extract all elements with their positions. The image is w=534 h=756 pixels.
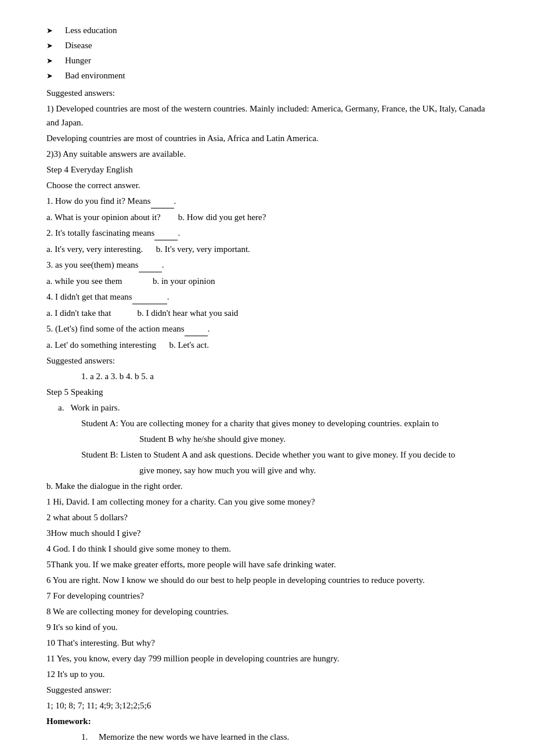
bullet-text: Less education [65,23,117,37]
suggested-answers-label-2: Suggested answers: [46,354,488,368]
arrow-icon: ➤ [46,40,55,52]
dialogue-1: 1 Hi, David. I am collecting money for a… [46,495,488,509]
dialogue-8: 8 We are collecting money for developing… [46,604,488,618]
answer-1b: Developing countries are most of countri… [46,131,488,145]
step4-label: Step 4 Everyday English [46,163,488,177]
homework-1: 1. Memorize the new words we have learne… [81,730,488,744]
student-a-line2: Student B why he/she should give money. [139,432,488,446]
question-1: 1. How do you find it? Means . [46,194,488,208]
blank-1 [151,194,174,208]
bullet-list: ➤ Less education ➤ Disease ➤ Hunger ➤ Ba… [46,23,488,82]
step5-label: Step 5 Speaking [46,385,488,399]
dialogue-10: 10 That's interesting. But why? [46,636,488,650]
student-b-line2: give money, say how much you will give a… [139,463,488,477]
dialogue-5: 5Thank you. If we make greater efforts, … [46,557,488,571]
arrow-icon: ➤ [46,55,55,67]
suggested-answers-label-1: Suggested answers: [46,86,488,100]
answer-order: 1; 10; 8; 7; 11; 4;9; 3;12;2;5;6 [46,699,488,712]
dialogue-3: 3How much should I give? [46,526,488,540]
student-a-line1: Student A: You are collecting money for … [81,416,488,430]
question-5: 5. (Let's) find some of the action means… [46,322,488,336]
list-item-bad-environment: ➤ Bad environment [46,69,488,82]
blank-5 [185,322,208,336]
list-item-hunger: ➤ Hunger [46,53,488,67]
question-1-options: a. What is your opinion about it? b. How… [46,210,488,224]
bullet-text: Hunger [65,53,91,67]
question-4-options: a. I didn't take that b. I didn't hear w… [46,306,488,320]
answer-2: 2)3) Any suitable answers are available. [46,147,488,161]
arrow-icon: ➤ [46,70,55,82]
homework-section: Homework: [46,714,488,728]
work-pairs: a. Work in pairs. [46,401,488,415]
dialogue-6: 6 You are right. Now I know we should do… [46,573,488,587]
dialogue-11: 11 Yes, you know, every day 799 million … [46,651,488,665]
dialogue-12: 12 It's up to you. [46,667,488,681]
answers-list: 1. a 2. a 3. b 4. b 5. a [81,369,488,383]
question-5-options: a. Let' do something interesting b. Let'… [46,338,488,352]
blank-3 [139,258,162,272]
bullet-text: Disease [65,38,92,52]
question-4: 4. I didn't get that means . [46,290,488,304]
question-2: 2. It's totally fascinating means . [46,226,488,240]
bullet-text: Bad environment [65,69,125,82]
list-item-disease: ➤ Disease [46,38,488,52]
student-b-line1: Student B: Listen to Student A and ask q… [81,448,488,462]
make-dialogue: b. Make the dialogue in the right order. [46,479,488,493]
dialogue-4: 4 God. I do think I should give some mon… [46,542,488,556]
blank-4 [132,290,167,304]
homework-label: Homework: [46,717,91,726]
arrow-icon: ➤ [46,25,55,37]
choose-label: Choose the correct answer. [46,178,488,192]
question-2-options: a. It's very, very interesting. b. It's … [46,242,488,256]
question-3-options: a. while you see them b. in your opinion [46,274,488,288]
dialogue-2: 2 what about 5 dollars? [46,510,488,524]
dialogue-7: 7 For developing countries? [46,589,488,603]
answer-1: 1) Developed countries are most of the w… [46,102,488,129]
suggested-answer-3: Suggested answer: [46,683,488,697]
question-3: 3. as you see(them) means . [46,258,488,272]
dialogue-9: 9 It's so kind of you. [46,620,488,634]
blank-2 [154,226,178,240]
list-item-less-education: ➤ Less education [46,23,488,37]
